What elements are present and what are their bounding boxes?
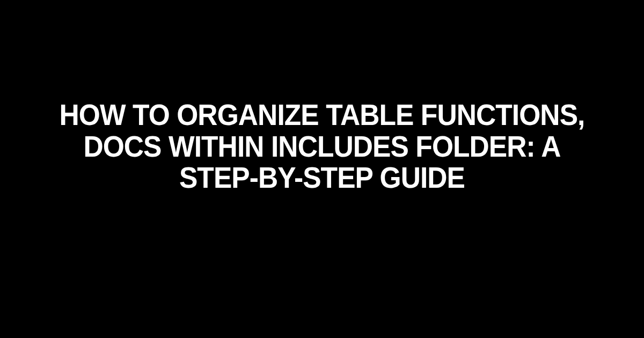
page-title: How to Organize Table Functions, Docs wi… bbox=[26, 99, 618, 194]
